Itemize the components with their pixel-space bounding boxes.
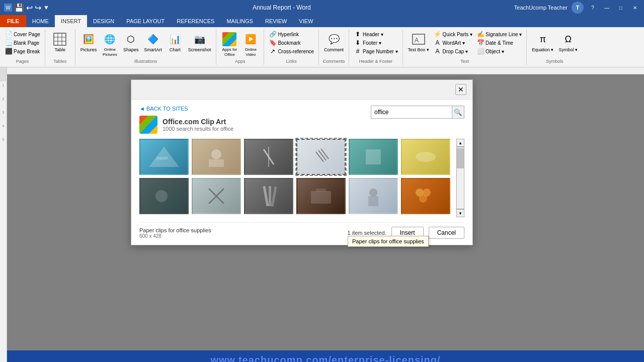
image-row-2: [139, 178, 452, 214]
quick-access-undo[interactable]: ↩: [26, 3, 33, 13]
chart-label: Chart: [170, 47, 181, 53]
svg-line-14: [318, 150, 326, 160]
header-button[interactable]: ⬆ Header ▾: [352, 30, 399, 38]
close-button[interactable]: ✕: [630, 3, 640, 13]
pictures-button[interactable]: 🖼️ Pictures: [78, 30, 99, 54]
apps-for-office-button[interactable]: Apps forOffice: [219, 30, 239, 58]
insert-button[interactable]: Insert: [391, 227, 424, 239]
textbox-button[interactable]: A Text Box ▾: [406, 30, 431, 54]
image-thumb-9[interactable]: [244, 178, 293, 214]
footer-button[interactable]: ⬇ Footer ▾: [352, 39, 399, 47]
footer-right: 1 item selected. Insert Cancel: [348, 227, 464, 239]
page-number-icon: #: [354, 48, 362, 55]
wordart-label: WordArt ▾: [443, 40, 465, 46]
tab-references[interactable]: REFERENCES: [171, 15, 220, 27]
help-button[interactable]: ?: [588, 3, 598, 13]
online-pictures-button[interactable]: 🌐 OnlinePictures: [100, 30, 120, 58]
tab-page-layout[interactable]: PAGE LAYOUT: [120, 15, 171, 27]
signature-line-button[interactable]: ✍ Signature Line ▾: [475, 30, 523, 38]
dropcap-label: Drop Cap ▾: [443, 49, 468, 54]
image-row-1: paper: [139, 139, 452, 175]
page-break-button[interactable]: ⬛ Page Break: [3, 47, 42, 55]
image-thumb-5[interactable]: [349, 139, 398, 175]
svg-point-18: [155, 190, 168, 202]
image-thumb-10[interactable]: [296, 178, 346, 214]
online-video-label: OnlineVideo: [245, 47, 257, 57]
online-video-button[interactable]: ▶️ OnlineVideo: [240, 30, 261, 58]
image-thumb-7[interactable]: [139, 178, 189, 214]
word-icon: W: [4, 4, 12, 12]
smartart-button[interactable]: 🔷 SmartArt: [142, 30, 164, 54]
symbol-button[interactable]: Ω Symbol ▾: [556, 30, 580, 54]
image-thumb-12[interactable]: [401, 178, 450, 214]
ribbon-tabs: FILE HOME INSERT DESIGN PAGE LAYOUT REFE…: [0, 15, 644, 27]
scroll-thumb[interactable]: [457, 148, 464, 168]
ruler-horizontal: [0, 67, 644, 74]
search-button[interactable]: 🔍: [452, 106, 464, 118]
image-thumb-3[interactable]: [244, 139, 293, 175]
tab-file[interactable]: FILE: [0, 15, 26, 27]
ribbon-group-comments: 💬 Comment Comments: [319, 29, 349, 65]
image-thumb-8[interactable]: [192, 178, 241, 214]
date-time-icon: 📅: [476, 39, 485, 46]
search-input[interactable]: [371, 107, 452, 118]
equation-button[interactable]: π Equation ▾: [530, 30, 555, 54]
svg-rect-21: [263, 186, 269, 206]
ribbon-content: 📄 Cover Page 📃 Blank Page ⬛ Page Break P…: [0, 27, 644, 67]
blank-page-icon: 📃: [5, 39, 13, 46]
maximize-button[interactable]: □: [616, 3, 626, 13]
chart-button[interactable]: 📊 Chart: [165, 30, 185, 54]
tab-review[interactable]: REVIEW: [259, 15, 293, 27]
quick-access-save[interactable]: 💾: [14, 3, 24, 13]
cancel-button[interactable]: Cancel: [429, 227, 464, 239]
links-group-label: Links: [286, 59, 297, 64]
comment-button[interactable]: 💬 Comment: [322, 30, 346, 54]
comments-items: 💬 Comment: [322, 30, 346, 58]
object-button[interactable]: ⬜ Object ▾: [475, 47, 523, 55]
table-button[interactable]: Table: [50, 30, 70, 54]
minimize-button[interactable]: —: [602, 3, 612, 13]
scroll-up-button[interactable]: ▲: [456, 139, 464, 147]
shapes-button[interactable]: ⬡ Shapes: [121, 30, 141, 54]
date-time-button[interactable]: 📅 Date & Time: [475, 39, 523, 47]
svg-rect-10: [209, 159, 224, 167]
equation-icon: π: [535, 31, 551, 47]
image-thumb-6[interactable]: [401, 139, 450, 175]
tab-home[interactable]: HOME: [26, 15, 55, 27]
dialog-site-info: Office.com Clip Art 1000 search results …: [163, 118, 233, 132]
dropcap-button[interactable]: A Drop Cap ▾: [432, 47, 474, 55]
selected-image-title: Paper clips for office supplies: [139, 227, 211, 233]
signature-line-icon: ✍: [476, 31, 485, 38]
blank-page-button[interactable]: 📃 Blank Page: [3, 39, 42, 47]
pages-items: 📄 Cover Page 📃 Blank Page ⬛ Page Break: [3, 30, 42, 58]
online-video-icon: ▶️: [243, 31, 259, 47]
symbol-label: Symbol ▾: [558, 47, 578, 53]
tab-insert[interactable]: INSERT: [55, 15, 87, 27]
scroll-down-button[interactable]: ▼: [456, 209, 464, 217]
quick-access-redo[interactable]: ↪: [35, 3, 41, 13]
svg-rect-25: [316, 189, 326, 192]
tab-mailings[interactable]: MAILINGS: [220, 15, 259, 27]
tab-view[interactable]: VIEW: [293, 15, 319, 27]
cross-reference-button[interactable]: ↗ Cross-reference: [267, 47, 315, 55]
svg-text:paper: paper: [156, 155, 168, 160]
cover-page-button[interactable]: 📄 Cover Page: [3, 30, 42, 38]
back-to-sites-link[interactable]: ◄ BACK TO SITES: [139, 106, 233, 112]
quick-parts-button[interactable]: ⚡ Quick Parts ▾: [432, 30, 474, 38]
svg-rect-22: [269, 186, 271, 206]
text-items: A Text Box ▾ ⚡ Quick Parts ▾ A WordArt ▾…: [406, 30, 524, 58]
image-thumb-1[interactable]: paper: [139, 139, 189, 175]
hyperlink-button[interactable]: 🔗 Hyperlink: [267, 30, 315, 38]
dialog-titlebar: ✕: [131, 80, 472, 100]
image-thumb-11[interactable]: [349, 178, 398, 214]
tab-design[interactable]: DESIGN: [87, 15, 120, 27]
bookmark-button[interactable]: 🔖 Bookmark: [267, 39, 315, 47]
dialog-close-button[interactable]: ✕: [455, 84, 466, 95]
wordart-button[interactable]: A WordArt ▾: [432, 39, 474, 47]
screenshot-button[interactable]: 📷 Screenshot: [186, 30, 213, 54]
tables-items: Table: [50, 30, 70, 58]
image-thumb-2[interactable]: [192, 139, 241, 175]
page-number-button[interactable]: # Page Number ▾: [352, 47, 399, 55]
quick-access-customize[interactable]: ▼: [43, 4, 49, 11]
image-thumb-4[interactable]: [296, 139, 346, 175]
